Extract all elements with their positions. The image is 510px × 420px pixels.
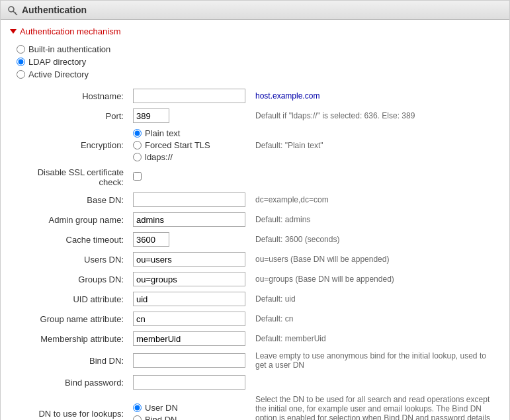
cache-timeout-input[interactable]: [133, 232, 169, 247]
bind-password-input[interactable]: [133, 375, 245, 390]
radio-ad-input[interactable]: [17, 70, 25, 79]
uid-attr-input[interactable]: [133, 292, 245, 306]
page-header: Authentication: [1, 1, 509, 20]
enc-plain-label: Plain text: [145, 128, 180, 138]
port-input[interactable]: [133, 108, 169, 123]
port-label: Port:: [10, 106, 129, 126]
encryption-options: Plain text Forced Start TLS ldaps://: [133, 128, 247, 162]
membership-attr-label: Membership attribute:: [10, 329, 129, 349]
enc-tls[interactable]: Forced Start TLS: [133, 140, 247, 150]
main-content: Authentication mechanism Built-in authen…: [1, 20, 509, 420]
triangle-icon: [10, 29, 17, 34]
svg-line-2: [15, 13, 16, 13]
bind-dn-input[interactable]: [133, 353, 245, 368]
base-dn-label: Base DN:: [10, 190, 129, 210]
encryption-label: Encryption:: [10, 126, 129, 165]
auth-mechanism-label: Authentication mechanism: [20, 26, 120, 36]
bind-dn-hint: Leave empty to use anonymous bind for th…: [255, 351, 486, 370]
enc-tls-input[interactable]: [133, 141, 142, 149]
group-name-attr-hint: Default: cn: [255, 314, 293, 323]
lookup-bind-dn-input[interactable]: [133, 415, 142, 421]
enc-tls-label: Forced Start TLS: [145, 140, 210, 150]
groups-dn-input[interactable]: [133, 272, 245, 286]
cache-timeout-row: Cache timeout: Default: 3600 (seconds): [10, 230, 500, 249]
users-dn-label: Users DN:: [10, 249, 129, 269]
dn-lookup-hint: Select the DN to be used for all search …: [255, 395, 490, 420]
admin-group-label: Admin group name:: [10, 210, 129, 230]
page-wrapper: Authentication Authentication mechanism …: [0, 0, 510, 420]
lookup-bind-dn[interactable]: Bind DN: [133, 415, 247, 421]
radio-ldap[interactable]: LDAP directory: [17, 57, 500, 67]
encryption-hint: Default: "Plain text": [255, 141, 323, 150]
admin-group-row: Admin group name: Default: admins: [10, 210, 500, 230]
enc-ldaps[interactable]: ldaps://: [133, 152, 247, 162]
key-icon: [7, 5, 18, 15]
uid-attr-hint: Default: uid: [255, 294, 296, 304]
users-dn-row: Users DN: ou=users (Base DN will be appe…: [10, 249, 500, 269]
svg-point-0: [9, 7, 14, 12]
bind-password-row: Bind password:: [10, 372, 500, 392]
hostname-input[interactable]: [133, 89, 245, 103]
uid-attr-row: UID attribute: Default: uid: [10, 289, 500, 309]
dn-lookup-options: User DN Bind DN: [133, 403, 247, 421]
cache-timeout-hint: Default: 3600 (seconds): [255, 235, 339, 244]
hostname-hint[interactable]: host.example.com: [255, 91, 319, 101]
base-dn-hint: dc=example,dc=com: [255, 195, 329, 204]
radio-ldap-label: LDAP directory: [28, 57, 86, 67]
enc-ldaps-label: ldaps://: [145, 152, 173, 162]
lookup-user-dn-input[interactable]: [133, 403, 142, 412]
dn-lookup-row: DN to use for lookups: User DN Bind DN: [10, 392, 500, 420]
auth-mechanism-section: Authentication mechanism: [10, 26, 500, 36]
dn-lookup-label: DN to use for lookups:: [10, 392, 129, 420]
disable-ssl-checkbox[interactable]: [133, 172, 142, 181]
group-name-attr-row: Group name attribute: Default: cn: [10, 309, 500, 329]
radio-builtin-input[interactable]: [17, 45, 25, 54]
enc-ldaps-input[interactable]: [133, 153, 142, 161]
lookup-bind-dn-label: Bind DN: [145, 415, 177, 421]
base-dn-row: Base DN: dc=example,dc=com: [10, 190, 500, 210]
enc-plain[interactable]: Plain text: [133, 128, 247, 138]
config-form: Hostname: host.example.com Port: De: [10, 86, 500, 420]
disable-ssl-row: Disable SSL certificate check:: [10, 165, 500, 190]
uid-attr-label: UID attribute:: [10, 289, 129, 309]
port-row: Port: Default if "ldaps://" is selected:…: [10, 106, 500, 126]
hostname-row: Hostname: host.example.com: [10, 86, 500, 106]
group-name-attr-label: Group name attribute:: [10, 309, 129, 329]
admin-group-hint: Default: admins: [255, 215, 310, 224]
membership-attr-row: Membership attribute: Default: memberUid: [10, 329, 500, 349]
lookup-user-dn[interactable]: User DN: [133, 403, 247, 413]
radio-builtin-label: Built-in authentication: [28, 44, 110, 54]
radio-ldap-input[interactable]: [17, 58, 25, 66]
groups-dn-label: Groups DN:: [10, 269, 129, 289]
users-dn-hint: ou=users (Base DN will be appended): [255, 255, 389, 264]
lookup-user-dn-label: User DN: [145, 403, 178, 413]
groups-dn-hint: ou=groups (Base DN will be appended): [255, 274, 394, 284]
encryption-row: Encryption: Plain text Forced Start TLS: [10, 126, 500, 165]
port-hint: Default if "ldaps://" is selected: 636. …: [255, 111, 415, 120]
radio-builtin[interactable]: Built-in authentication: [17, 44, 500, 54]
groups-dn-row: Groups DN: ou=groups (Base DN will be ap…: [10, 269, 500, 289]
page-title: Authentication: [22, 5, 87, 15]
bind-dn-label: Bind DN:: [10, 349, 129, 372]
enc-plain-input[interactable]: [133, 129, 142, 138]
auth-mechanism-options: Built-in authentication LDAP directory A…: [10, 44, 500, 79]
base-dn-input[interactable]: [133, 192, 245, 207]
membership-attr-hint: Default: memberUid: [255, 334, 326, 343]
radio-ad-label: Active Directory: [28, 69, 89, 79]
bind-password-label: Bind password:: [10, 372, 129, 392]
radio-ad[interactable]: Active Directory: [17, 69, 500, 79]
group-name-attr-input[interactable]: [133, 312, 245, 326]
cache-timeout-label: Cache timeout:: [10, 230, 129, 249]
disable-ssl-label: Disable SSL certificate check:: [10, 165, 129, 190]
admin-group-input[interactable]: [133, 212, 245, 227]
membership-attr-input[interactable]: [133, 331, 245, 346]
bind-dn-row: Bind DN: Leave empty to use anonymous bi…: [10, 349, 500, 372]
hostname-label: Hostname:: [10, 86, 129, 106]
users-dn-input[interactable]: [133, 252, 245, 267]
